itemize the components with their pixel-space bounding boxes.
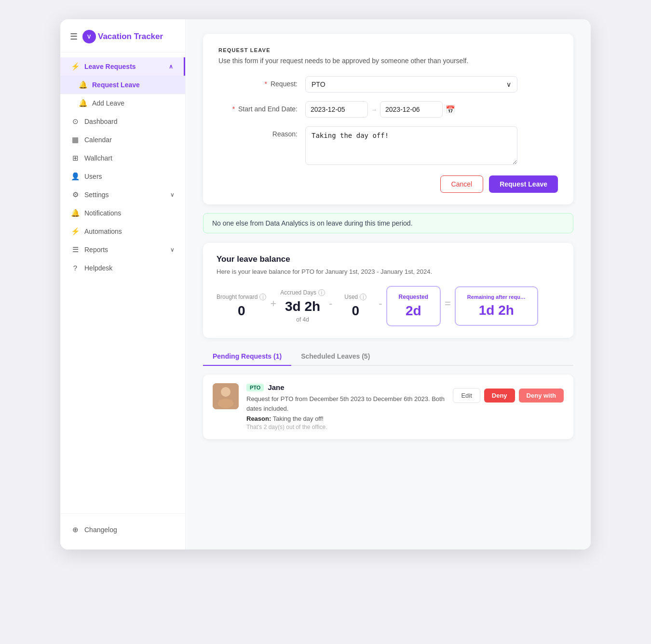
changelog-icon: ⊕ [71, 525, 80, 534]
request-content: PTO Jane Request for PTO from December 5… [246, 383, 445, 430]
request-reason: Reason: Taking the day off! [246, 415, 445, 422]
request-description: Request for PTO from December 5th 2023 t… [246, 394, 445, 413]
bell-icon: 🔔 [71, 209, 80, 217]
sidebar-item-wallchart[interactable]: ⊞ Wallchart [60, 149, 185, 167]
balance-title: Your leave balance [217, 255, 560, 264]
tab-pending-requests[interactable]: Pending Requests (1) [203, 348, 291, 366]
logo-text: Vacation Tracker [98, 32, 163, 41]
request-field-row: * Request: PTO ∨ [218, 76, 558, 93]
plus-op: + [270, 297, 276, 315]
grid-icon: ⊞ [71, 154, 80, 162]
request-select[interactable]: PTO ∨ [305, 76, 517, 93]
reason-label: Reason: [218, 126, 305, 138]
request-leave-button[interactable]: Request Leave [489, 175, 558, 193]
sidebar-item-notifications[interactable]: 🔔 Notifications [60, 204, 185, 222]
sidebar-nav: ⚡ Leave Requests ∧ 🔔 Request Leave 🔔 Add… [60, 53, 185, 513]
dashboard-icon: ⊙ [71, 117, 80, 126]
tabs-row: Pending Requests (1) Scheduled Leaves (5… [203, 348, 573, 366]
logo-icon: V [82, 30, 96, 43]
request-actions: Edit Deny Deny with [453, 388, 564, 403]
chevron-icon: ∧ [169, 63, 173, 70]
balance-remaining: Remaining after requ… 1d 2h [455, 286, 538, 326]
balance-used: Used i 0 [336, 294, 375, 319]
reason-control: Taking the day off! [305, 126, 517, 167]
request-control: PTO ∨ [305, 76, 517, 93]
dropdown-icon: ∨ [506, 80, 511, 88]
main-content: REQUEST LEAVE Use this form if your requ… [186, 19, 591, 550]
sidebar-item-add-leave[interactable]: 🔔 Add Leave [60, 94, 185, 112]
help-icon: ? [71, 264, 80, 272]
section-title: REQUEST LEAVE [218, 47, 558, 53]
calendar-icon: ▦ [71, 135, 80, 144]
svg-point-4 [218, 399, 233, 408]
section-desc: Use this form if your request needs to b… [218, 57, 558, 65]
balance-subtitle: Here is your leave balance for PTO for J… [217, 268, 560, 275]
bell-icon-add: 🔔 [79, 99, 87, 107]
requester-name: Jane [268, 383, 284, 391]
sidebar-bottom: ⊕ Changelog [60, 513, 185, 550]
date-control: → 📅 [305, 101, 517, 118]
sidebar-item-settings[interactable]: ⚙ Settings ∨ [60, 186, 185, 204]
request-leave-form-card: REQUEST LEAVE Use this form if your requ… [203, 34, 573, 204]
brought-forward-info-icon[interactable]: i [259, 294, 266, 300]
balance-card: Your leave balance Here is your leave ba… [203, 243, 573, 338]
svg-text:V: V [87, 34, 91, 40]
sidebar-item-changelog[interactable]: ⊕ Changelog [71, 521, 175, 539]
balance-row: Brought forward i 0 + Accrued Days i 3d … [217, 286, 560, 326]
request-item: PTO Jane Request for PTO from December 5… [203, 375, 573, 439]
sidebar-item-calendar[interactable]: ▦ Calendar [60, 131, 185, 149]
accrued-info-icon[interactable]: i [318, 289, 325, 296]
balance-requested: Requested 2d [386, 286, 441, 326]
info-banner: No one else from Data Analytics is on le… [203, 213, 573, 233]
date-range: → 📅 [305, 101, 517, 118]
chevron-reports-icon: ∨ [170, 246, 175, 253]
reports-icon: ☰ [71, 245, 80, 254]
date-label: * Start and End Date: [218, 101, 305, 113]
sidebar-item-request-leave[interactable]: 🔔 Request Leave [60, 76, 185, 94]
sidebar-header: ☰ V Vacation Tracker [60, 19, 185, 53]
hamburger-icon[interactable]: ☰ [70, 31, 78, 42]
chevron-settings-icon: ∨ [170, 191, 175, 198]
date-arrow-icon: → [371, 106, 377, 113]
request-note: That's 2 day(s) out of the office. [246, 424, 445, 430]
edit-button[interactable]: Edit [453, 388, 480, 403]
request-header: PTO Jane [246, 383, 445, 391]
gear-icon: ⚙ [71, 190, 80, 199]
avatar [213, 383, 239, 409]
balance-brought-forward: Brought forward i 0 [217, 294, 266, 319]
sidebar-item-helpdesk[interactable]: ? Helpdesk [60, 259, 185, 277]
sidebar: ☰ V Vacation Tracker ⚡ Leave Requests ∧ [60, 19, 186, 550]
users-icon: 👤 [71, 172, 80, 181]
reason-textarea[interactable]: Taking the day off! [305, 126, 517, 165]
sidebar-item-dashboard[interactable]: ⊙ Dashboard [60, 112, 185, 131]
lightning-icon: ⚡ [71, 62, 80, 71]
sidebar-item-automations[interactable]: ⚡ Automations [60, 222, 185, 241]
reason-field-row: Reason: Taking the day off! [218, 126, 558, 167]
bell-icon-small: 🔔 [79, 80, 87, 89]
request-label: * Request: [218, 76, 305, 88]
form-actions: Cancel Request Leave [218, 175, 558, 193]
sidebar-item-reports[interactable]: ☰ Reports ∨ [60, 241, 185, 259]
used-info-icon[interactable]: i [360, 294, 366, 300]
svg-point-5 [221, 388, 230, 396]
sidebar-item-leave-requests[interactable]: ⚡ Leave Requests ∧ [60, 57, 185, 76]
logo: V Vacation Tracker [82, 30, 163, 43]
start-date-input[interactable] [305, 101, 368, 118]
equals-op: = [445, 297, 451, 315]
minus-op-1: - [329, 297, 332, 315]
sidebar-item-users[interactable]: 👤 Users [60, 167, 185, 186]
automations-icon: ⚡ [71, 227, 80, 236]
end-date-input[interactable] [380, 101, 443, 118]
tab-scheduled-leaves[interactable]: Scheduled Leaves (5) [291, 348, 380, 366]
deny-button[interactable]: Deny [484, 389, 515, 402]
calendar-picker-icon[interactable]: 📅 [446, 105, 455, 114]
date-field-row: * Start and End Date: → 📅 [218, 101, 558, 118]
cancel-button[interactable]: Cancel [440, 175, 484, 193]
balance-accrued-days: Accrued Days i 3d 2h of 4d [280, 289, 325, 323]
deny-with-button[interactable]: Deny with [519, 389, 564, 402]
pto-badge: PTO [246, 384, 264, 391]
minus-op-2: - [379, 297, 382, 315]
